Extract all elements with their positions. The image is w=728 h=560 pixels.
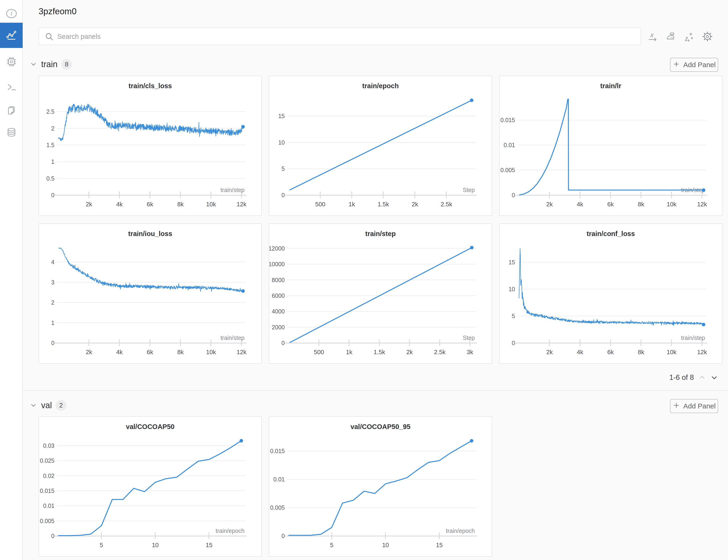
sidebar-item-charts[interactable] bbox=[0, 23, 23, 48]
svg-text:2k: 2k bbox=[546, 201, 553, 208]
svg-text:4000: 4000 bbox=[272, 308, 285, 315]
files-icon bbox=[6, 105, 17, 117]
svg-text:2: 2 bbox=[51, 125, 54, 132]
chart-canvas[interactable]: 00.0050.010.0150.020.0250.0351015train/e… bbox=[39, 417, 261, 556]
info-icon: i bbox=[6, 8, 17, 20]
svg-text:0.5: 0.5 bbox=[46, 175, 54, 182]
panel-train_epoch[interactable]: train/epoch0510155001k1.5k2k2.5kStep bbox=[269, 76, 492, 216]
svg-text:train/epoch: train/epoch bbox=[446, 527, 475, 534]
chart-canvas[interactable]: 0510155001k1.5k2k2.5kStep bbox=[269, 76, 492, 215]
svg-text:0: 0 bbox=[51, 192, 54, 198]
svg-text:1.5k: 1.5k bbox=[373, 349, 385, 356]
smoothing-icon[interactable] bbox=[664, 30, 677, 43]
remove-outliers-icon[interactable] bbox=[683, 30, 696, 43]
chart-canvas[interactable]: 00.511.522.52k4k6k8k10k12ktrain/step bbox=[39, 76, 261, 215]
svg-text:0.015: 0.015 bbox=[500, 117, 515, 123]
panel-count-badge: 2 bbox=[56, 400, 66, 411]
section-title-val: val bbox=[41, 400, 52, 410]
chart-canvas[interactable]: 0510152k4k6k8k10k12ktrain/step bbox=[499, 224, 722, 363]
svg-text:x: x bbox=[650, 32, 654, 39]
search-panels-box bbox=[39, 28, 641, 45]
section-divider bbox=[23, 390, 728, 391]
svg-text:12000: 12000 bbox=[269, 245, 285, 252]
panel-count-badge: 8 bbox=[61, 59, 72, 70]
svg-text:0: 0 bbox=[282, 192, 285, 198]
sidebar-item-overview[interactable]: i bbox=[0, 6, 23, 22]
svg-text:5: 5 bbox=[100, 542, 103, 549]
settings-gear-icon[interactable] bbox=[701, 30, 714, 43]
panel-train_cls_loss[interactable]: train/cls_loss00.511.522.52k4k6k8k10k12k… bbox=[39, 76, 262, 216]
chart-canvas[interactable]: 00.0050.010.0152k4k6k8k10k12ktrain/step bbox=[499, 76, 722, 215]
panel-train_step[interactable]: train/step020004000600080001000012000500… bbox=[269, 223, 492, 364]
svg-text:10: 10 bbox=[278, 139, 285, 146]
svg-text:6k: 6k bbox=[607, 349, 614, 356]
svg-text:6k: 6k bbox=[147, 201, 153, 208]
add-panel-label: Add Panel bbox=[683, 402, 716, 410]
svg-text:0.025: 0.025 bbox=[40, 457, 54, 464]
svg-text:4k: 4k bbox=[116, 201, 123, 208]
svg-text:6000: 6000 bbox=[272, 292, 285, 299]
svg-text:0.02: 0.02 bbox=[43, 473, 54, 479]
sidebar-item-files[interactable] bbox=[0, 103, 23, 119]
svg-text:0.03: 0.03 bbox=[43, 442, 54, 449]
svg-text:0: 0 bbox=[51, 533, 54, 539]
chart-canvas[interactable]: 012342k4k6k8k10k12ktrain/step bbox=[39, 224, 261, 363]
svg-text:10000: 10000 bbox=[269, 261, 285, 267]
svg-text:1.5: 1.5 bbox=[46, 142, 54, 148]
svg-text:12k: 12k bbox=[237, 201, 247, 208]
svg-text:Step: Step bbox=[463, 187, 475, 193]
collapse-val-icon[interactable] bbox=[29, 401, 37, 409]
sidebar-item-logs[interactable] bbox=[0, 79, 23, 96]
svg-text:8k: 8k bbox=[638, 201, 644, 208]
add-panel-button-train[interactable]: Add Panel bbox=[670, 58, 718, 72]
svg-text:2: 2 bbox=[51, 299, 54, 306]
svg-text:15: 15 bbox=[436, 542, 443, 549]
chart-canvas[interactable]: 0200040006000800010000120005001k1.5k2k2.… bbox=[269, 224, 492, 363]
page-down-icon[interactable] bbox=[710, 374, 718, 382]
panel-train_conf_loss[interactable]: train/conf_loss0510152k4k6k8k10k12ktrain… bbox=[499, 223, 722, 364]
svg-text:0: 0 bbox=[282, 533, 285, 539]
svg-text:10: 10 bbox=[382, 542, 389, 549]
panel-val_COCOAP50_95[interactable]: val/COCOAP50_9500.0050.010.01551015train… bbox=[269, 416, 492, 557]
svg-text:12k: 12k bbox=[697, 201, 707, 208]
svg-text:0: 0 bbox=[512, 340, 515, 346]
wandb-run-workspace: i bbox=[0, 0, 728, 560]
panel-val_COCOAP50[interactable]: val/COCOAP5000.0050.010.0150.020.0250.03… bbox=[39, 416, 262, 557]
svg-text:10k: 10k bbox=[206, 201, 216, 208]
collapse-train-icon[interactable] bbox=[29, 60, 37, 68]
panel-train_lr[interactable]: train/lr00.0050.010.0152k4k6k8k10k12ktra… bbox=[499, 76, 722, 216]
plus-icon bbox=[673, 402, 680, 411]
section-header-val: val 2 bbox=[29, 400, 66, 411]
train-pagination: 1-6 of 8 bbox=[645, 371, 718, 384]
section-title-train: train bbox=[41, 59, 58, 69]
svg-text:2.5k: 2.5k bbox=[441, 201, 452, 208]
svg-text:15: 15 bbox=[206, 542, 213, 549]
panel-train_iou_loss[interactable]: train/iou_loss012342k4k6k8k10k12ktrain/s… bbox=[39, 223, 262, 364]
svg-text:train/step: train/step bbox=[221, 335, 245, 341]
sidebar-item-system[interactable] bbox=[0, 54, 23, 70]
svg-text:2k: 2k bbox=[546, 349, 553, 356]
svg-text:i: i bbox=[11, 10, 12, 17]
svg-text:6k: 6k bbox=[147, 349, 153, 356]
plus-icon bbox=[673, 60, 680, 69]
svg-text:4k: 4k bbox=[577, 349, 583, 356]
svg-text:0.015: 0.015 bbox=[270, 448, 285, 454]
svg-text:4k: 4k bbox=[116, 349, 123, 356]
chart-canvas[interactable]: 00.0050.010.01551015train/epoch bbox=[269, 417, 492, 556]
svg-text:6k: 6k bbox=[607, 201, 614, 208]
page-up-icon[interactable] bbox=[698, 374, 706, 382]
svg-text:1k: 1k bbox=[349, 201, 355, 208]
train-panel-grid: train/cls_loss00.511.522.52k4k6k8k10k12k… bbox=[39, 76, 724, 364]
sidebar-item-artifacts[interactable] bbox=[0, 125, 23, 141]
svg-text:10: 10 bbox=[508, 286, 515, 292]
svg-text:1.5k: 1.5k bbox=[377, 201, 389, 208]
svg-text:0.005: 0.005 bbox=[270, 504, 285, 511]
svg-text:5: 5 bbox=[512, 313, 515, 319]
svg-text:10k: 10k bbox=[666, 349, 677, 356]
x-axis-icon[interactable]: x bbox=[646, 30, 659, 43]
search-input[interactable] bbox=[57, 28, 637, 45]
svg-text:2k: 2k bbox=[406, 349, 413, 356]
section-header-train: train 8 bbox=[29, 59, 72, 70]
add-panel-button-val[interactable]: Add Panel bbox=[670, 399, 718, 413]
svg-text:8k: 8k bbox=[177, 349, 184, 356]
